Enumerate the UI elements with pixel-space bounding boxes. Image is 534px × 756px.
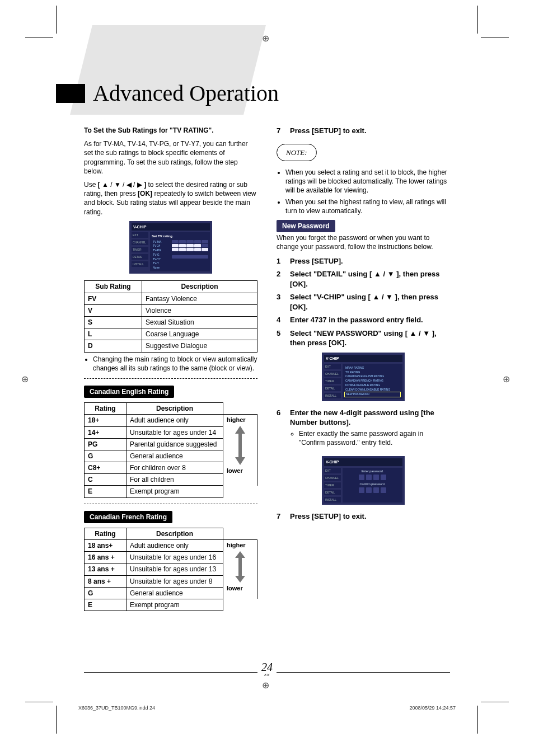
page-number: 24 [261, 661, 273, 673]
step-4: 4Enter 4737 in the password entry field. [277, 315, 450, 325]
note-bullet-list: Changing the main rating to block or vie… [84, 355, 257, 373]
step-2: 2Select "DETAIL" using [ ▲ / ▼ ], then p… [277, 269, 450, 289]
table-row: 18 ans+Adult audience only higher lower [85, 540, 257, 552]
divider [84, 504, 257, 504]
confirm-password-label: Confirm password. [344, 482, 401, 486]
menu-side: DETAIL [324, 386, 341, 391]
registration-icon: ⊕ [503, 373, 513, 383]
table-header: Description [127, 528, 223, 539]
table-row: LCoarse Language [85, 328, 257, 340]
lower-label: lower [227, 584, 254, 593]
vchip-menu-password: V-CHIP EXT CHANNEL TIMER DETAIL INSTALL … [322, 456, 405, 504]
page-footer: 24 EN [261, 661, 273, 678]
canadian-french-heading: Canadian French Rating [84, 511, 172, 523]
table-row: 18+Adult audience only higher lower [85, 415, 257, 426]
right-column: 7Press [SETUP] to exit. NOTE: When you s… [277, 126, 450, 680]
list-item: When you set the highest rating to view,… [285, 198, 450, 215]
footer-rule [84, 672, 257, 673]
rating-grid [172, 240, 208, 251]
chapter-bar-icon [56, 84, 85, 103]
menu-item: TV-MA [152, 240, 171, 244]
table-row: EExempt program [85, 486, 257, 497]
menu-header: V-CHIP [132, 223, 210, 231]
step-7: 7Press [SETUP] to exit. [277, 126, 450, 136]
step-3: 3Select "V-CHIP" using [ ▲ / ▼ ], then p… [277, 292, 450, 312]
table-header: Rating [85, 528, 127, 539]
table-header: Description [127, 403, 223, 415]
menu-side: EXT [324, 364, 341, 369]
menu-title: Set TV rating. [152, 234, 208, 238]
page: ⊕ ⊕ ⊕ ⊕ Advanced Operation To Set the Su… [0, 0, 534, 756]
menu-item: TV-PG [152, 248, 171, 253]
divider [84, 378, 257, 379]
step-5: 5Select "NEW PASSWORD" using [ ▲ / ▼ ], … [277, 328, 450, 348]
menu-side: CHANNEL [324, 475, 341, 481]
canadian-english-heading: Canadian English Rating [84, 386, 174, 398]
up-down-arrow-icon [234, 426, 246, 465]
step-7: 7Press [SETUP] to exit. [277, 511, 450, 522]
menu-header: V-CHIP [324, 458, 402, 466]
menu-item: TV-G [152, 252, 171, 257]
up-down-arrow-icon [234, 551, 246, 583]
chapter-title: Advanced Operation [93, 78, 279, 109]
menu-item: MPAA RATING [344, 365, 401, 370]
menu-item: TV RATING [344, 370, 401, 374]
menu-item: None [152, 266, 171, 270]
step-6: 6 Enter the new 4-digit password using [… [277, 408, 450, 452]
menu-item: TV-Y7 [152, 257, 171, 261]
menu-item: CANADIAN FRENCH RATING [344, 379, 401, 383]
page-lang: EN [261, 673, 273, 678]
print-strip: X6036_37UD_TB100MG9.indd 24 2008/05/29 1… [78, 705, 456, 711]
menu-side: INSTALL [132, 261, 148, 267]
table-row: DSuggestive Dialogue [85, 340, 257, 352]
menu-side: CHANNEL [132, 240, 148, 245]
left-column: To Set the Sub Ratings for "TV RATING". … [84, 126, 257, 680]
table-row: EExempt program [85, 599, 257, 611]
list-item: Enter exactly the same password again in… [299, 429, 450, 447]
canadian-french-table: Rating Description 18 ans+Adult audience… [84, 528, 257, 611]
crop-mark [25, 37, 53, 37]
lower-label: lower [227, 467, 254, 475]
crop-mark [481, 702, 509, 702]
note-list: When you select a rating and set it to b… [277, 168, 450, 215]
new-password-heading: New Password [277, 220, 335, 232]
canadian-english-table: Rating Description 18+Adult audience onl… [84, 402, 257, 498]
note-label: NOTE: [277, 144, 317, 162]
registration-icon: ⊕ [21, 373, 31, 383]
registration-icon: ⊕ [262, 679, 272, 689]
enter-password-label: Enter password. [344, 469, 401, 473]
print-file: X6036_37UD_TB100MG9.indd 24 [78, 705, 155, 711]
table-header: Description [142, 281, 257, 293]
vchip-menu-tv-rating: V-CHIP EXT CHANNEL TIMER DETAIL INSTALL … [129, 221, 212, 274]
crop-mark [25, 702, 53, 702]
svg-marker-0 [235, 426, 245, 465]
sub-rating-paragraph: As for TV-MA, TV-14, TV-PG, or TV-Y7, yo… [84, 139, 257, 176]
higher-label: higher [227, 541, 254, 550]
footer-rule [277, 672, 450, 673]
crop-mark [477, 6, 478, 34]
new-password-paragraph: When you forget the password or when you… [277, 233, 450, 251]
crop-mark [481, 37, 509, 37]
menu-side: EXT [132, 232, 148, 238]
menu-side: TIMER [324, 482, 341, 488]
menu-side: TIMER [132, 247, 148, 252]
menu-side: DETAIL [132, 254, 148, 260]
table-row: SSexual Situation [85, 317, 257, 328]
use-instructions: Use [ ▲ / ▼ / ◀ / ▶ ] to select the desi… [84, 180, 257, 217]
vchip-menu-list: V-CHIP EXT CHANNEL TIMER DETAIL INSTALL … [322, 353, 405, 401]
crop-mark [477, 706, 478, 734]
svg-marker-1 [235, 551, 245, 583]
menu-item: CANADIAN ENGLISH RATING [344, 374, 401, 379]
table-row: VViolence [85, 304, 257, 316]
table-row: FVFantasy Violence [85, 293, 257, 304]
list-item: When you select a rating and set it to b… [285, 168, 450, 195]
menu-side: DETAIL [324, 490, 341, 495]
list-item: Changing the main rating to block or vie… [93, 355, 257, 373]
menu-side: INSTALL [324, 393, 341, 398]
menu-header: V-CHIP [324, 355, 402, 362]
table-header: Rating [85, 403, 127, 415]
higher-label: higher [227, 416, 254, 424]
menu-side: CHANNEL [324, 371, 341, 377]
menu-item: DOWNLOADABLE RATING [344, 383, 401, 387]
crop-mark [56, 6, 57, 34]
